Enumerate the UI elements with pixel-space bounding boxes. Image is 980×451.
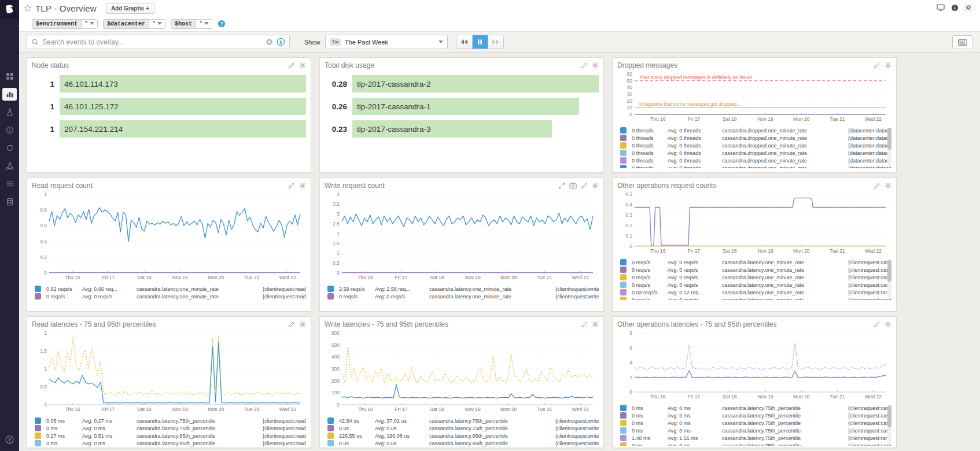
tv-mode-button[interactable] xyxy=(952,35,973,49)
chart-canvas[interactable]: 00.20.40.60.81Thu 16Fri 17Sat 18Nov 19Mo… xyxy=(32,190,305,282)
toplist-bar[interactable]: tlp-2017-cassandra-1 xyxy=(352,98,579,115)
event-search-input[interactable] xyxy=(42,38,262,46)
legend-row[interactable]: 0 msAvg: 0 mscassandra.latency.75th_perc… xyxy=(620,427,891,434)
sidebar-help-icon[interactable]: ? xyxy=(0,435,19,444)
legend-swatch-icon[interactable] xyxy=(620,282,627,288)
legend-row[interactable]: 0.82 reqs/sAvg: 0.66 req...cassandra.lat… xyxy=(35,285,306,293)
legend-row[interactable]: 0 threadsAvg: 0 threadscassandra.dropped… xyxy=(620,127,891,134)
legend-swatch-icon[interactable] xyxy=(620,435,627,441)
legend-row[interactable]: 0 msAvg: 0 mscassandra.latency.75th_perc… xyxy=(620,442,891,446)
datadog-logo[interactable] xyxy=(0,0,19,19)
legend-swatch-icon[interactable] xyxy=(35,286,41,292)
sidebar-item-grid[interactable] xyxy=(2,70,17,83)
legend-row[interactable]: 0 reqs/sAvg: 0 reqs/scassandra.latency.o… xyxy=(620,258,891,266)
edit-icon[interactable] xyxy=(581,62,588,69)
toplist-bar[interactable]: 207.154.221.214 xyxy=(60,120,306,138)
toplist-row[interactable]: 0.26tlp-2017-cassandra-1 xyxy=(325,98,599,115)
legend-swatch-icon[interactable] xyxy=(620,142,627,149)
legend-swatch-icon[interactable] xyxy=(620,442,627,446)
legend-row[interactable]: 0 usAvg: 0 uscassandra.latency.95th_perc… xyxy=(327,439,599,447)
gear-icon[interactable] xyxy=(885,321,891,328)
toplist-bar[interactable]: 46.101.114.173 xyxy=(60,75,306,93)
edit-icon[interactable] xyxy=(874,182,880,189)
legend-scrollbar-thumb[interactable] xyxy=(887,405,891,427)
legend-row[interactable]: 0 reqs/sAvg: 0 reqs/scassandra.latency.o… xyxy=(620,296,891,300)
overlay-events-icon[interactable] xyxy=(277,38,285,46)
chart-canvas[interactable]: 0100200300400500600Thu 16Fri 17Sat 18Nov… xyxy=(325,329,598,413)
clear-search-icon[interactable] xyxy=(266,38,273,46)
settings-gear-icon[interactable] xyxy=(965,4,972,12)
timeframe-select[interactable]: 1w The Past Week xyxy=(325,35,448,49)
toplist-bar[interactable]: tlp-2017-cassandra-3 xyxy=(352,120,552,138)
legend-swatch-icon[interactable] xyxy=(620,427,627,434)
edit-icon[interactable] xyxy=(288,62,295,69)
favorite-star-icon[interactable] xyxy=(24,4,32,12)
toplist-bar[interactable]: 46.101.125.172 xyxy=(60,98,306,115)
chart-canvas[interactable]: 00.10.20.30.40.5Thu 16Fri 17Sat 18Nov 19… xyxy=(617,190,890,255)
legend-row[interactable]: 0 usAvg: 0 uscassandra.latency.75th_perc… xyxy=(327,424,599,432)
legend-swatch-icon[interactable] xyxy=(35,440,41,446)
legend-swatch-icon[interactable] xyxy=(620,412,627,419)
chart-canvas[interactable]: 00.511.522.533.54Thu 16Fri 17Sat 18Nov 1… xyxy=(325,190,598,282)
legend-row[interactable]: 0 reqs/sAvg: 0 reqs/scassandra.latency.o… xyxy=(620,273,891,281)
legend-row[interactable]: 0 threadsAvg: 0 threadscassandra.dropped… xyxy=(620,164,891,168)
info-circle-icon[interactable] xyxy=(951,4,959,12)
legend-row[interactable]: 0 threadsAvg: 0 threadscassandra.dropped… xyxy=(620,142,891,149)
legend-row[interactable]: 42.84 usAvg: 37.01 uscassandra.latency.7… xyxy=(327,417,599,424)
sidebar-item-bar-chart[interactable] xyxy=(2,88,17,101)
legend-row[interactable]: 0 msAvg: 0 mscassandra.latency.75th_perc… xyxy=(620,412,891,419)
gear-icon[interactable] xyxy=(885,182,891,189)
legend-swatch-icon[interactable] xyxy=(327,293,334,300)
toplist-row[interactable]: 1207.154.221.214 xyxy=(32,120,306,138)
template-var-value[interactable]: * xyxy=(81,20,97,28)
legend-row[interactable]: 0 threadsAvg: 0 threadscassandra.dropped… xyxy=(620,134,891,142)
legend-swatch-icon[interactable] xyxy=(620,274,627,280)
gear-icon[interactable] xyxy=(299,182,306,189)
toplist-row[interactable]: 0.23tlp-2017-cassandra-3 xyxy=(325,120,599,138)
legend-row[interactable]: 0.05 msAvg: 0.27 mscassandra.latency.75t… xyxy=(35,417,306,424)
chart-canvas[interactable]: 0102030405060Thu 16Fri 17Sat 18Nov 19Mon… xyxy=(617,70,890,123)
legend-swatch-icon[interactable] xyxy=(620,157,627,164)
legend-row[interactable]: 0 msAvg: 0 mscassandra.latency.75th_perc… xyxy=(620,419,891,427)
legend-row[interactable]: 0 reqs/sAvg: 0 reqs/scassandra.latency.o… xyxy=(327,293,599,300)
sidebar-item-info[interactable] xyxy=(2,124,17,136)
chart-canvas[interactable]: 00.511.52Thu 16Fri 17Sat 18Nov 19Mon 20T… xyxy=(32,329,305,413)
legend-swatch-icon[interactable] xyxy=(620,127,627,134)
legend-swatch-icon[interactable] xyxy=(620,289,627,295)
edit-icon[interactable] xyxy=(874,321,880,328)
legend-row[interactable]: 0 msAvg: 0 mscassandra.latency.75th_perc… xyxy=(620,404,891,412)
pause-button[interactable] xyxy=(472,35,488,49)
chart-canvas[interactable]: 02468Thu 16Fri 17Sat 18Nov 19Mon 20Tue 2… xyxy=(617,329,890,401)
legend-row[interactable]: 0 reqs/sAvg: 0 reqs/scassandra.latency.o… xyxy=(620,266,891,273)
legend-swatch-icon[interactable] xyxy=(620,297,627,300)
template-var-host[interactable]: $host* xyxy=(171,19,212,29)
legend-row[interactable]: 0.27 msAvg: 0.51 mscassandra.latency.95t… xyxy=(35,432,306,439)
sidebar-item-sync[interactable] xyxy=(2,142,17,154)
sidebar-item-network[interactable] xyxy=(2,160,17,172)
legend-row[interactable]: 0 threadsAvg: 0 threadscassandra.dropped… xyxy=(620,157,891,164)
edit-icon[interactable] xyxy=(581,321,588,328)
expand-icon[interactable] xyxy=(558,182,565,189)
legend-swatch-icon[interactable] xyxy=(620,259,627,265)
legend-swatch-icon[interactable] xyxy=(35,432,41,439)
sidebar-item-database[interactable] xyxy=(2,195,17,208)
legend-swatch-icon[interactable] xyxy=(327,286,334,292)
toplist-row[interactable]: 146.101.125.172 xyxy=(32,98,306,115)
legend-swatch-icon[interactable] xyxy=(327,417,334,424)
legend-swatch-icon[interactable] xyxy=(327,440,334,446)
legend-row[interactable]: 0 reqs/sAvg: 0 reqs/scassandra.latency.o… xyxy=(620,281,891,289)
edit-icon[interactable] xyxy=(288,321,295,328)
add-graphs-button[interactable]: Add Graphs + xyxy=(106,3,154,14)
camera-icon[interactable] xyxy=(569,182,577,189)
legend-swatch-icon[interactable] xyxy=(35,417,41,424)
gear-icon[interactable] xyxy=(299,62,306,69)
gear-icon[interactable] xyxy=(885,62,891,69)
edit-icon[interactable] xyxy=(288,182,295,189)
gear-icon[interactable] xyxy=(592,62,599,69)
legend-swatch-icon[interactable] xyxy=(620,150,627,156)
legend-row[interactable]: 0.03 reqs/sAvg: 0.12 req...cassandra.lat… xyxy=(620,289,891,296)
legend-row[interactable]: 0 msAvg: 0 mscassandra.latency.95th_perc… xyxy=(35,439,306,447)
template-var-datacenter[interactable]: $datacenter* xyxy=(103,19,165,29)
gear-icon[interactable] xyxy=(592,321,599,328)
sidebar-item-list[interactable] xyxy=(2,178,17,190)
